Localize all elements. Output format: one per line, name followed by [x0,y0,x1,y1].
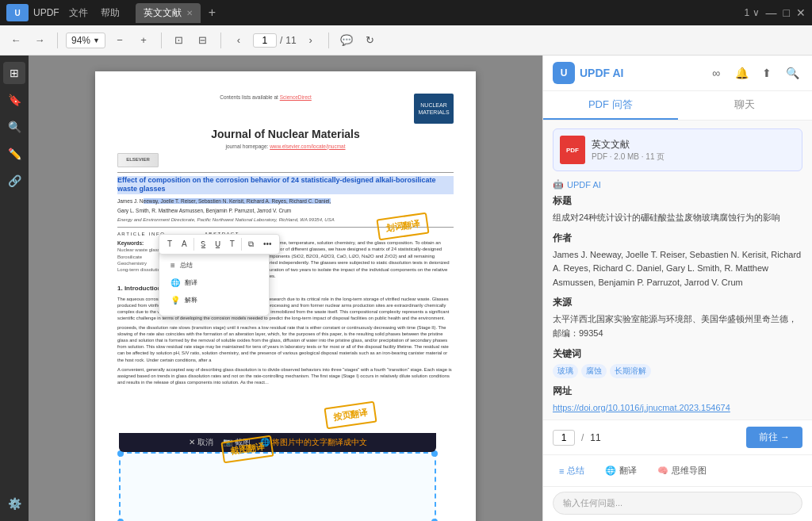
forward-button[interactable]: → [30,31,49,50]
rp-title-text: 组成对24种统计设计的硼硅酸盐盐废物玻璃腐蚀行为的影响 [553,211,802,225]
prev-page-btn[interactable]: ‹ [229,31,248,50]
toolbar-divider-4 [328,33,329,48]
app-logo: U [6,4,29,21]
updf-ai-text: UPDF AI [567,180,601,190]
rp-header: U UPDF AI ∞ 🔔 ⬆ 🔍 [543,56,812,91]
summarize-icon: ≡ [170,260,175,271]
tab-document[interactable]: 英文文献 ✕ [136,3,201,23]
next-page-btn[interactable]: › [301,31,320,50]
floating-text-toolbar: T A S̲ U̲ T ⧉ ••• [159,234,280,255]
fit-width-btn[interactable]: ⊟ [193,31,213,50]
zoom-dropdown-icon: ▼ [93,36,100,44]
page-indicator: 1 ∨ [745,7,760,18]
updf-ai-response-label: 🤖 UPDF AI [553,179,802,190]
comment-btn[interactable]: 💬 [337,31,356,50]
total-pages: 11 [285,35,296,46]
tab-add-button[interactable]: + [202,6,222,20]
article-authors: James J. Neeway, Joelle T. Reiser, Sebas… [117,197,454,205]
translate-btn[interactable]: 🌐 翻译 [599,462,643,480]
ai-search[interactable]: 🔍 [782,63,802,83]
fit-page-btn[interactable]: ⊡ [170,31,189,50]
ft-text-btn[interactable]: T [227,237,238,251]
page-indicator-toolbar: / 11 [253,33,297,48]
elsevier-brand: ELSEVIER [117,153,159,167]
tab-close-button[interactable]: ✕ [186,9,193,17]
toolbar-divider-1 [57,33,58,48]
translate-label: 翻译 [185,278,197,287]
updf-ai-icon: 🤖 [553,179,564,190]
ft-more-btn[interactable]: ••• [260,237,275,251]
sidebar-thumbnails[interactable]: ⊞ [3,62,25,84]
zoom-out-btn[interactable]: − [110,31,129,50]
elsevier-logo: ELSEVIER [117,153,454,167]
tab-chat[interactable]: 聊天 [678,91,813,120]
ai-action-2[interactable]: 🔔 [731,63,752,83]
contents-available-text: Contents lists available at ScienceDirec… [117,94,414,101]
translate-bottom-text: 翻译 [619,465,637,477]
left-sidebar: ⊞ 🔖 🔍 ✏️ 🔗 ⚙️ [0,56,29,521]
input-area-wrapper: 输入任何问题... [543,486,812,521]
ft-bold-btn[interactable]: A [178,237,190,251]
ft-underline-btn[interactable]: U̲ [212,237,224,251]
journal-header: Contents lists available at ScienceDirec… [117,94,454,124]
ai-action-3[interactable]: ⬆ [756,63,777,83]
rp-source-label: 来源 [553,296,802,309]
mindmap-btn[interactable]: 🧠 思维导图 [651,462,713,480]
rp-header-actions: ∞ 🔔 ⬆ 🔍 [706,63,802,83]
zoom-in-btn[interactable]: + [134,31,153,50]
ft-copy-btn[interactable]: ⧉ [245,237,257,251]
go-to-page-btn[interactable]: 前往 → [746,427,802,448]
sidebar-search[interactable]: 🔍 [3,116,25,138]
toolbar-divider-3 [220,33,221,48]
close-btn[interactable]: ✕ [796,6,806,19]
sidebar-bookmarks[interactable]: 🔖 [3,89,25,111]
ft-translate-btn[interactable]: T [164,237,175,251]
file-info: 英文文献 PDF · 2.0 MB · 11 页 [592,138,795,163]
explain-icon: 💡 [170,295,180,306]
chat-input-area[interactable]: 输入任何问题... [553,492,802,515]
mindmap-icon: 🧠 [657,465,668,476]
sidebar-settings[interactable]: ⚙️ [3,492,25,515]
doi-link[interactable]: https://doi.org/10.1016/j.jnucmat.2023.1… [553,403,730,412]
updf-ai-label: UPDF AI [580,67,623,79]
menu-file[interactable]: 文件 [69,6,88,20]
cancel-screenshot-btn[interactable]: ✕ 取消 [189,437,213,448]
file-type-icon: PDF [560,136,585,164]
minimize-btn[interactable]: — [766,6,777,19]
summarize-label: 总结 [180,261,193,270]
intro-text-3: A convenient, generally accepted way of … [117,366,454,385]
translate-option[interactable]: 🌐 翻译 [167,274,261,292]
page-separator: / [280,35,282,46]
maximize-btn[interactable]: □ [783,6,790,19]
science-direct-link[interactable]: ScienceDirect [280,94,312,100]
translate-image-btn[interactable]: 🌐 将图片中的文字翻译成中文 [260,437,367,448]
page-nav-total: 11 [590,432,600,443]
sidebar-links[interactable]: 🔗 [3,170,25,192]
rp-authors-label: 作者 [553,232,802,245]
zoom-selector[interactable]: 94% ▼ [66,33,105,48]
explain-option[interactable]: 💡 解释 [167,292,261,309]
authors-highlighted: eeway, Joelle T. Reiser, Sebastien N. Ke… [144,198,331,204]
back-button[interactable]: ← [6,31,25,50]
summarize-btn[interactable]: ≡ 总结 [553,462,591,480]
sidebar-annotate[interactable]: ✏️ [3,143,25,165]
tab-qa[interactable]: PDF 问答 [543,91,678,120]
translate-bottom-icon: 🌐 [605,465,616,476]
mindmap-text: 思维导图 [672,465,707,477]
page-nav-input[interactable] [553,430,575,446]
app-name: UPDF [33,7,59,18]
elsevier-text: ELSEVIER [126,156,150,163]
page-nav-separator: / [581,432,584,443]
page-number-input[interactable] [253,33,277,48]
file-type-text: PDF [566,147,579,154]
rotate-btn[interactable]: ↻ [361,31,380,50]
ft-strikethrough-btn[interactable]: S̲ [197,237,209,251]
file-name: 英文文献 [592,138,795,151]
title-bar: U UPDF 文件 帮助 英文文献 ✕ + 1 ∨ — □ ✕ [0,0,812,25]
journal-url-text[interactable]: www.elsevier.com/locate/jnucmat [270,144,345,149]
right-panel: U UPDF AI ∞ 🔔 ⬆ 🔍 PDF 问答 聊天 PDF [542,56,812,521]
file-meta: PDF · 2.0 MB · 11 页 [592,151,795,163]
ai-action-1[interactable]: ∞ [706,63,726,83]
summarize-option[interactable]: ≡ 总结 [167,257,261,274]
menu-help[interactable]: 帮助 [101,6,120,20]
